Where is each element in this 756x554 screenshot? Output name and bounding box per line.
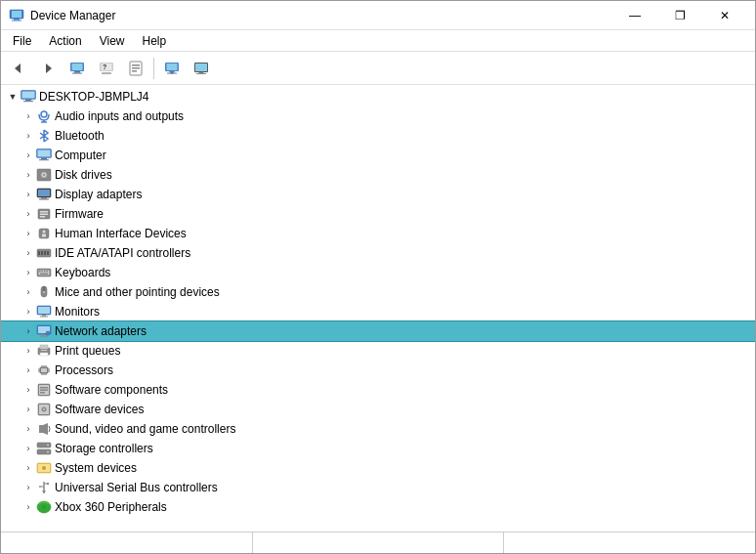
item-label: Sound, video and game controllers [55, 422, 235, 436]
svg-rect-51 [38, 251, 40, 255]
expand-arrow: › [21, 284, 36, 300]
list-item[interactable]: › IDE ATA/ATAPI controllers [1, 243, 755, 263]
monitor-icon [193, 61, 209, 76]
svg-rect-33 [38, 150, 51, 157]
item-label: System devices [55, 461, 137, 475]
svg-marker-4 [15, 64, 21, 73]
root-computer-icon [21, 89, 36, 105]
minimize-button[interactable]: — [612, 1, 657, 30]
expand-arrow: › [21, 108, 36, 124]
svg-rect-59 [44, 271, 46, 273]
list-item[interactable]: › Processors [1, 361, 755, 380]
hid-icon [36, 226, 52, 241]
status-section-2 [253, 533, 505, 553]
forward-button[interactable] [34, 55, 62, 82]
list-item[interactable]: › Display adapters [1, 185, 755, 204]
svg-rect-61 [40, 274, 48, 276]
list-item[interactable]: › Xbox 360 Peripherals [1, 497, 755, 517]
list-item[interactable]: › Print queues [1, 341, 755, 361]
expand-arrow: › [21, 245, 36, 261]
expand-arrow: › [21, 206, 36, 222]
network-icon [36, 323, 52, 339]
close-button[interactable]: ✕ [702, 1, 747, 30]
svg-point-102 [47, 445, 49, 447]
list-item[interactable]: › Universal Serial Bus controllers [1, 478, 755, 497]
svg-point-38 [43, 174, 45, 176]
svg-rect-2 [14, 19, 20, 21]
list-item[interactable]: › System devices [1, 458, 755, 478]
svg-rect-76 [40, 353, 48, 356]
item-label: Bluetooth [55, 129, 105, 143]
list-item[interactable]: › Firmware [1, 204, 755, 224]
item-label: Audio inputs and outputs [55, 109, 184, 123]
item-label: Monitors [55, 305, 100, 319]
computer-icon [69, 61, 85, 76]
expand-arrow: › [21, 304, 36, 320]
window-title: Device Manager [30, 9, 115, 22]
svg-rect-77 [41, 350, 47, 351]
svg-rect-19 [167, 64, 178, 70]
list-item[interactable]: › Disk drives [1, 165, 755, 185]
maximize-button[interactable]: ❐ [657, 1, 702, 30]
svg-rect-23 [199, 72, 204, 73]
svg-rect-54 [47, 251, 49, 255]
list-item[interactable]: › Audio inputs and outputs [1, 107, 755, 126]
item-label: Firmware [55, 207, 104, 221]
mouse-icon [36, 284, 52, 300]
list-item[interactable]: › Software components [1, 380, 755, 400]
display-button[interactable] [188, 55, 215, 82]
expand-arrow: › [21, 441, 36, 456]
back-button[interactable] [5, 55, 32, 82]
svg-rect-17 [132, 70, 137, 72]
item-label: IDE ATA/ATAPI controllers [55, 246, 190, 260]
tree-root[interactable]: ▼ DESKTOP-JBMPLJ4 [1, 87, 755, 107]
svg-rect-22 [195, 64, 207, 71]
list-item[interactable]: › Computer [1, 146, 755, 165]
list-item[interactable]: › Storage controllers [1, 439, 755, 458]
svg-rect-49 [42, 234, 46, 237]
menu-help[interactable]: Help [135, 32, 175, 50]
help-toolbar-button[interactable]: ? [93, 55, 120, 82]
svg-rect-53 [44, 251, 46, 255]
display-adapter-icon [36, 187, 52, 202]
properties-button[interactable] [122, 55, 149, 82]
svg-rect-67 [42, 315, 46, 317]
svg-rect-52 [41, 251, 43, 255]
sound-icon [36, 421, 52, 437]
list-item[interactable]: › Software devices [1, 400, 755, 419]
item-label: Network adapters [55, 324, 147, 338]
list-item[interactable]: › Human Interface Devices [1, 224, 755, 243]
item-label: Xbox 360 Peripherals [55, 500, 167, 514]
svg-rect-15 [132, 64, 140, 66]
tree-view[interactable]: ▼ DESKTOP-JBMPLJ4 › [1, 85, 755, 532]
disk-icon [36, 167, 52, 183]
expand-arrow: › [21, 421, 36, 437]
list-item[interactable]: › Sound, video and game controllers [1, 419, 755, 439]
list-item[interactable]: › Bluetooth [1, 126, 755, 146]
item-label: Computer [55, 149, 106, 162]
svg-point-111 [39, 486, 41, 488]
list-item[interactable]: › Monitors [1, 302, 755, 321]
menu-action[interactable]: Action [41, 32, 89, 50]
menu-file[interactable]: File [5, 32, 39, 50]
menu-view[interactable]: View [92, 32, 133, 50]
svg-rect-7 [72, 64, 83, 70]
audio-icon [36, 108, 52, 124]
item-label: Software components [55, 383, 168, 397]
list-item[interactable]: › Keyboards [1, 263, 755, 282]
device-view-button[interactable] [63, 55, 91, 82]
list-item[interactable]: › Mice and other pointing devices [1, 282, 755, 302]
svg-point-106 [42, 466, 46, 470]
toolbar: ? [1, 52, 755, 85]
expand-arrow: › [21, 148, 36, 163]
item-label: Display adapters [55, 188, 142, 201]
update-button[interactable] [158, 55, 186, 82]
svg-marker-112 [42, 490, 46, 493]
root-label: DESKTOP-JBMPLJ4 [39, 90, 148, 104]
software-components-icon [36, 382, 52, 398]
svg-rect-24 [196, 73, 206, 74]
svg-rect-1 [12, 11, 21, 18]
expand-arrow: › [21, 499, 36, 515]
network-adapters-item[interactable]: › Network adapters [1, 321, 755, 341]
svg-rect-20 [167, 72, 177, 73]
